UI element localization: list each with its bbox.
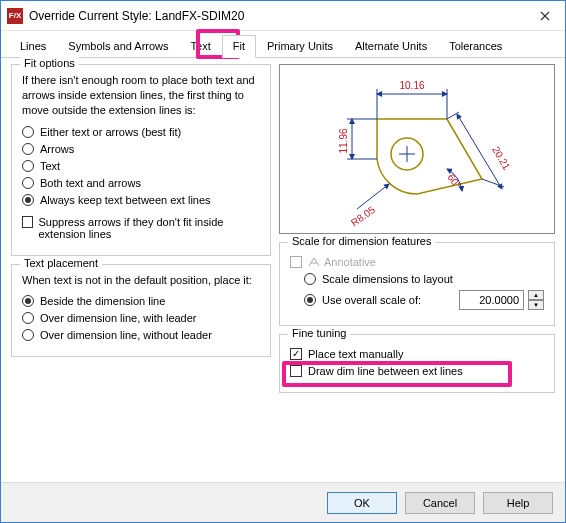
radio-text[interactable]: Text (22, 160, 260, 172)
tab-primary-units[interactable]: Primary Units (256, 35, 344, 57)
radio-label: Either text or arrows (best fit) (40, 126, 181, 138)
group-title-fine: Fine tuning (288, 327, 350, 339)
radio-icon (22, 295, 34, 307)
checkbox-draw-dim[interactable]: Draw dim line between ext lines (290, 365, 544, 377)
group-title-textplace: Text placement (20, 257, 102, 269)
group-title-fit: Fit options (20, 57, 79, 69)
spin-up[interactable]: ▲ (528, 290, 544, 300)
textplace-desc: When text is not in the default position… (22, 273, 260, 288)
radio-icon (22, 126, 34, 138)
dim-left: 11.96 (338, 128, 349, 153)
preview-svg: 10.16 11.96 R8.05 60° 20.21 (307, 69, 527, 229)
radio-scale-overall[interactable]: Use overall scale of: (304, 294, 421, 306)
svg-line-12 (482, 179, 504, 187)
fit-desc: If there isn't enough room to place both… (22, 73, 260, 118)
checkbox-icon (290, 365, 302, 377)
checkbox-suppress[interactable]: Suppress arrows if they don't fit inside… (22, 216, 260, 240)
checkbox-icon (290, 256, 302, 268)
dialog-window: F/X Override Current Style: LandFX-SDIM2… (0, 0, 566, 523)
checkbox-label: Place text manually (308, 348, 403, 360)
dim-top: 10.16 (399, 80, 424, 91)
group-fit-options: Fit options If there isn't enough room t… (11, 64, 271, 256)
checkbox-icon (22, 216, 33, 228)
radio-label: Arrows (40, 143, 74, 155)
radio-label: Beside the dimension line (40, 295, 165, 307)
tab-text[interactable]: Text (180, 35, 222, 57)
radio-label: Always keep text between ext lines (40, 194, 211, 206)
radio-arrows[interactable]: Arrows (22, 143, 260, 155)
group-title-scale: Scale for dimension features (288, 235, 435, 247)
dialog-content: Fit options If there isn't enough room t… (1, 58, 565, 478)
cancel-button[interactable]: Cancel (405, 492, 475, 514)
close-button[interactable] (525, 1, 565, 31)
radio-icon (22, 312, 34, 324)
radio-icon (22, 329, 34, 341)
dimension-preview: 10.16 11.96 R8.05 60° 20.21 (279, 64, 555, 234)
radio-icon (22, 160, 34, 172)
help-button[interactable]: Help (483, 492, 553, 514)
svg-line-9 (357, 184, 389, 209)
radio-icon (22, 194, 34, 206)
window-title: Override Current Style: LandFX-SDIM20 (29, 9, 525, 23)
tab-alternate-units[interactable]: Alternate Units (344, 35, 438, 57)
tab-bar: Lines Symbols and Arrows Text Fit Primar… (1, 31, 565, 58)
title-bar: F/X Override Current Style: LandFX-SDIM2… (1, 1, 565, 31)
radio-over-noleader[interactable]: Over dimension line, without leader (22, 329, 260, 341)
radio-icon (22, 143, 34, 155)
scale-value-input[interactable] (459, 290, 524, 310)
group-scale: Scale for dimension features Annotative … (279, 242, 555, 326)
ok-button[interactable]: OK (327, 492, 397, 514)
radio-over-leader[interactable]: Over dimension line, with leader (22, 312, 260, 324)
svg-line-11 (447, 112, 459, 119)
radio-icon (304, 294, 316, 306)
checkbox-place-manual[interactable]: Place text manually (290, 348, 544, 360)
dialog-footer: OK Cancel Help (1, 482, 565, 522)
checkbox-annotative: Annotative (290, 256, 544, 268)
radio-label: Over dimension line, with leader (40, 312, 197, 324)
close-icon (540, 11, 550, 21)
radio-icon (304, 273, 316, 285)
checkbox-icon (290, 348, 302, 360)
radio-scale-layout[interactable]: Scale dimensions to layout (304, 273, 544, 285)
dim-radius: R8.05 (349, 204, 378, 229)
radio-both[interactable]: Both text and arrows (22, 177, 260, 189)
radio-beside[interactable]: Beside the dimension line (22, 295, 260, 307)
dim-angle: 60° (445, 172, 463, 191)
annotative-icon (308, 256, 320, 268)
group-fine-tuning: Fine tuning Place text manually Draw dim… (279, 334, 555, 393)
checkbox-label: Suppress arrows if they don't fit inside… (39, 216, 261, 240)
radio-label: Over dimension line, without leader (40, 329, 212, 341)
dim-diag: 20.21 (490, 145, 512, 173)
tab-tolerances[interactable]: Tolerances (438, 35, 513, 57)
radio-label: Use overall scale of: (322, 294, 421, 306)
scale-spinner: ▲ ▼ (528, 290, 544, 310)
app-icon: F/X (7, 8, 23, 24)
group-text-placement: Text placement When text is not in the d… (11, 264, 271, 358)
radio-icon (22, 177, 34, 189)
radio-always[interactable]: Always keep text between ext lines (22, 194, 260, 206)
radio-label: Both text and arrows (40, 177, 141, 189)
checkbox-label: Draw dim line between ext lines (308, 365, 463, 377)
radio-either[interactable]: Either text or arrows (best fit) (22, 126, 260, 138)
tab-lines[interactable]: Lines (9, 35, 57, 57)
tab-symbols[interactable]: Symbols and Arrows (57, 35, 179, 57)
radio-label: Text (40, 160, 60, 172)
spin-down[interactable]: ▼ (528, 300, 544, 310)
annotative-label: Annotative (324, 256, 376, 268)
radio-label: Scale dimensions to layout (322, 273, 453, 285)
tab-fit[interactable]: Fit (222, 35, 256, 58)
